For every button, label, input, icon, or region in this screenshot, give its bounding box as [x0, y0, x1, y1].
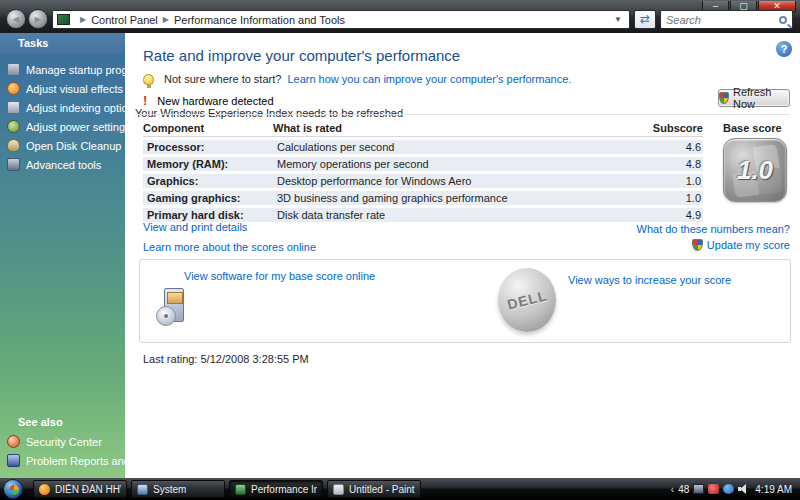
row-rated: Disk data transfer rate	[277, 209, 645, 221]
visual-effects-icon	[7, 82, 20, 95]
row-component: Primary hard disk:	[147, 209, 277, 221]
forward-button[interactable]: ►	[28, 9, 48, 29]
base-score-badge: 1.0	[723, 138, 787, 202]
dell-logo: DELL	[498, 268, 556, 332]
advanced-tools-icon	[7, 158, 20, 171]
row-rated: Calculations per second	[277, 141, 645, 153]
sidebar-item-power-settings[interactable]: Adjust power settings	[0, 117, 125, 136]
taskbar-button-label: Performance Inform...	[251, 484, 317, 495]
taskbar-button-label: Untitled - Paint	[349, 484, 415, 495]
breadcrumb-arrow-icon: ▶	[163, 15, 169, 24]
page-title: Rate and improve your computer's perform…	[143, 47, 460, 64]
browser-icon	[39, 484, 50, 495]
disk-cleanup-icon	[7, 139, 20, 152]
view-software-link[interactable]: View software for my base score online	[184, 270, 375, 282]
back-button[interactable]: ◄	[6, 9, 26, 29]
learn-more-scores-link[interactable]: Learn more about the scores online	[143, 241, 316, 253]
paint-icon	[333, 484, 344, 495]
row-subscore: 4.6	[645, 141, 703, 153]
row-subscore: 1.0	[645, 192, 703, 204]
sidebar-item-label: Adjust power settings	[26, 121, 131, 133]
row-component: Gaming graphics:	[147, 192, 277, 204]
desktop: – ▢ ✕ ◄ ► ▶ Control Panel ▶ Performance …	[0, 0, 800, 500]
windows-flag-icon	[9, 485, 19, 495]
sidebar-item-indexing-options[interactable]: Adjust indexing options	[0, 98, 125, 117]
row-subscore: 4.8	[645, 158, 703, 170]
see-also-header: See also	[0, 416, 125, 432]
help-icon[interactable]: ?	[776, 41, 792, 57]
divider	[135, 114, 790, 115]
update-my-score-link[interactable]: Update my score	[707, 239, 790, 251]
startup-programs-icon	[7, 63, 20, 76]
header-what-is-rated: What is rated	[273, 122, 645, 134]
problem-reports-icon	[7, 454, 20, 467]
window-titlebar: – ▢ ✕ ◄ ► ▶ Control Panel ▶ Performance …	[0, 0, 800, 33]
main-content: ? Rate and improve your computer's perfo…	[125, 33, 800, 478]
sidebar-item-label: Adjust indexing options	[26, 102, 139, 114]
row-subscore: 4.9	[645, 209, 703, 221]
network-tray-icon[interactable]	[723, 484, 734, 494]
refresh-now-button[interactable]: Refresh Now	[718, 89, 790, 107]
taskbar-button-system[interactable]: System	[131, 480, 225, 498]
taskbar-button-forum[interactable]: DIỄN ĐÀN HHVN -...	[33, 480, 127, 498]
table-row: Graphics: Desktop performance for Window…	[143, 174, 703, 188]
sidebar-item-problem-reports[interactable]: Problem Reports and Solutions	[0, 451, 125, 470]
increase-score-link[interactable]: View ways to increase your score	[568, 274, 731, 286]
search-icon	[779, 16, 787, 24]
sidebar-item-label: Advanced tools	[26, 159, 101, 171]
warning-icon: !	[143, 93, 147, 108]
sidebar-item-manage-startup[interactable]: Manage startup programs	[0, 60, 125, 79]
start-button[interactable]	[3, 479, 23, 499]
tray-badge: 48	[678, 484, 689, 495]
search-box[interactable]	[660, 10, 793, 29]
taskbar-button-performance[interactable]: Performance Inform...	[229, 480, 323, 498]
tray-expand-icon[interactable]: ‹	[671, 484, 674, 495]
taskbar-button-paint[interactable]: Untitled - Paint	[327, 480, 421, 498]
sidebar: Tasks Manage startup programs Adjust vis…	[0, 33, 125, 478]
breadcrumb-arrow-icon: ▶	[80, 15, 86, 24]
sidebar-item-label: Open Disk Cleanup	[26, 140, 121, 152]
row-rated: Desktop performance for Windows Aero	[277, 175, 645, 187]
breadcrumb-control-panel[interactable]: Control Panel	[91, 14, 158, 26]
table-row: Memory (RAM): Memory operations per seco…	[143, 157, 703, 171]
uac-shield-icon	[719, 92, 729, 104]
intro-text: Not sure where to start?	[164, 73, 281, 85]
last-rating-text: Last rating: 5/12/2008 3:28:55 PM	[143, 353, 309, 365]
display-tray-icon[interactable]	[693, 484, 704, 494]
address-dropdown-icon[interactable]: ▼	[611, 15, 625, 24]
sidebar-item-advanced-tools[interactable]: Advanced tools	[0, 155, 125, 174]
table-row: Processor: Calculations per second 4.6	[143, 140, 703, 154]
alert-subtitle: Your Windows Experience Index needs to b…	[135, 107, 403, 119]
sidebar-item-visual-effects[interactable]: Adjust visual effects	[0, 79, 125, 98]
uac-shield-icon	[692, 239, 703, 251]
sidebar-item-disk-cleanup[interactable]: Open Disk Cleanup	[0, 136, 125, 155]
system-tray: ‹ 48 4:19 AM	[671, 484, 800, 495]
taskbar-button-label: System	[153, 484, 186, 495]
refresh-now-label: Refresh Now	[733, 86, 789, 110]
view-print-details-link[interactable]: View and print details	[143, 221, 247, 233]
row-rated: Memory operations per second	[277, 158, 645, 170]
taskbar-clock[interactable]: 4:19 AM	[755, 484, 792, 495]
search-input[interactable]	[666, 14, 779, 26]
taskbar-button-label: DIỄN ĐÀN HHVN -...	[55, 484, 121, 495]
table-row: Gaming graphics: 3D business and gaming …	[143, 191, 703, 205]
table-row: Primary hard disk: Disk data transfer ra…	[143, 208, 703, 222]
performance-icon	[235, 484, 246, 495]
sidebar-item-label: Security Center	[26, 436, 102, 448]
dell-logo-text: DELL	[505, 287, 548, 312]
base-score-value: 1.0	[737, 155, 773, 186]
improve-performance-link[interactable]: Learn how you can improve your computer'…	[287, 73, 571, 85]
refresh-go-button[interactable]: ⇄	[634, 10, 656, 29]
address-bar[interactable]: ▶ Control Panel ▶ Performance Informatio…	[52, 10, 630, 29]
security-tray-icon[interactable]	[708, 484, 719, 494]
tasks-header: Tasks	[0, 33, 125, 54]
volume-tray-icon[interactable]	[738, 484, 749, 494]
breadcrumb-performance-tools[interactable]: Performance Information and Tools	[174, 14, 345, 26]
numbers-mean-link[interactable]: What do these numbers mean?	[637, 223, 790, 235]
header-base-score: Base score	[723, 122, 793, 134]
header-subscore: Subscore	[645, 122, 703, 134]
sidebar-item-security-center[interactable]: Security Center	[0, 432, 125, 451]
row-component: Graphics:	[147, 175, 277, 187]
security-center-icon	[7, 435, 20, 448]
divider	[143, 136, 703, 137]
